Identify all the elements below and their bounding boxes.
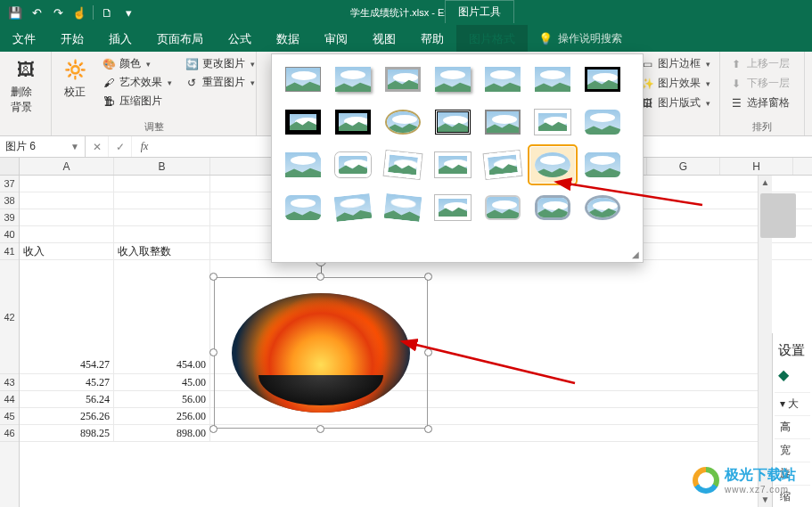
cell[interactable]: 256.26 (20, 408, 114, 424)
selected-picture-object[interactable] (214, 277, 428, 429)
style-simple-black[interactable] (331, 104, 375, 140)
remove-background-button[interactable]: 🖼 删除背景 (7, 55, 44, 117)
style-simple-frame[interactable] (281, 61, 325, 97)
tab-page-layout[interactable]: 页面布局 (144, 25, 216, 52)
resize-handle[interactable] (316, 425, 324, 433)
send-backward-button[interactable]: ⬇下移一层 (727, 75, 797, 92)
picture-effects-button[interactable]: ✨图片效果▾ (638, 75, 712, 92)
tab-insert[interactable]: 插入 (96, 25, 144, 52)
select-all-corner[interactable] (0, 158, 20, 175)
tab-home[interactable]: 开始 (48, 25, 96, 52)
style-reflected[interactable] (480, 61, 525, 97)
save-icon[interactable]: 💾 (5, 3, 25, 22)
style-thick-matte[interactable] (281, 104, 325, 140)
reset-picture-button[interactable]: ↺重置图片▾ (183, 74, 257, 91)
scroll-down-icon[interactable]: ▼ (759, 493, 772, 507)
style-soft-edge[interactable] (530, 61, 575, 97)
style-relaxed-persp[interactable] (480, 147, 525, 183)
artistic-effects-button[interactable]: 🖌艺术效果▾ (100, 74, 174, 91)
cell[interactable]: 454.27 (20, 260, 114, 373)
cell[interactable]: 56.00 (114, 391, 210, 407)
row-header[interactable]: 41 (0, 243, 19, 260)
style-double-frame[interactable] (580, 61, 625, 97)
tab-file[interactable]: 文件 (0, 25, 48, 52)
tab-picture-format[interactable]: 图片格式 (456, 25, 528, 52)
scroll-thumb[interactable] (760, 193, 796, 238)
style-rounded[interactable] (580, 104, 625, 140)
style-persp-left[interactable] (331, 190, 375, 225)
style-reflected-round[interactable] (281, 190, 325, 225)
pane-item[interactable]: 高 (775, 415, 810, 438)
row-header[interactable]: 37 (0, 176, 19, 192)
tell-me-search[interactable]: 💡 操作说明搜索 (528, 25, 622, 52)
bring-forward-button[interactable]: ⬆上移一层 (727, 55, 797, 72)
resize-handle[interactable] (209, 425, 217, 433)
style-bevel-white[interactable] (331, 147, 375, 183)
touch-mode-icon[interactable]: ☝ (70, 3, 89, 22)
row-header[interactable]: 42 (0, 260, 19, 374)
tab-view[interactable]: 视图 (360, 25, 408, 52)
style-snip-diag[interactable] (281, 147, 325, 183)
change-picture-button[interactable]: 🔄更改图片▾ (183, 55, 257, 72)
fx-icon[interactable]: fx (132, 140, 157, 153)
style-persp-right[interactable] (381, 190, 425, 225)
color-button[interactable]: 🎨颜色▾ (100, 55, 174, 72)
style-drop-shadow[interactable] (431, 61, 475, 97)
cell[interactable]: 256.00 (114, 408, 210, 424)
style-soft-oval[interactable] (530, 147, 575, 183)
resize-handle[interactable] (316, 273, 324, 281)
tab-formulas[interactable]: 公式 (216, 25, 264, 52)
new-icon[interactable]: 🗋 (97, 3, 117, 22)
col-header[interactable]: H (720, 158, 793, 175)
corrections-button[interactable]: 🔆 校正 (59, 55, 91, 110)
picture-border-button[interactable]: ▭图片边框▾ (638, 55, 712, 72)
style-shadow[interactable] (331, 61, 375, 97)
compress-picture-button[interactable]: 🗜压缩图片 (100, 93, 174, 110)
style-compound-black[interactable] (431, 104, 475, 140)
chevron-down-icon[interactable]: ▼ (70, 142, 79, 151)
row-header[interactable]: 44 (0, 391, 19, 408)
cancel-formula-icon[interactable]: ✕ (86, 136, 109, 157)
tab-review[interactable]: 审阅 (312, 25, 360, 52)
resize-handle[interactable] (424, 425, 432, 433)
tab-data[interactable]: 数据 (264, 25, 312, 52)
row-header[interactable]: 38 (0, 192, 19, 209)
accept-formula-icon[interactable]: ✓ (109, 136, 132, 157)
cell[interactable]: 898.00 (114, 425, 210, 441)
resize-handle[interactable] (209, 273, 217, 281)
row-header[interactable]: 39 (0, 209, 19, 226)
cell[interactable]: 898.25 (20, 425, 114, 441)
style-bevel-oval[interactable] (381, 104, 425, 140)
row-header[interactable]: 45 (0, 408, 19, 425)
style-reflected-bevel[interactable] (431, 190, 475, 225)
style-moderate-black[interactable] (480, 104, 525, 140)
cell[interactable]: 收入 (20, 243, 114, 259)
style-bevel-reflect[interactable] (480, 190, 525, 225)
col-header[interactable]: G (647, 158, 720, 175)
gallery-resize-handle[interactable]: ◢ (632, 249, 639, 259)
style-metal[interactable] (381, 61, 425, 97)
style-perspective-shadow[interactable] (431, 147, 475, 183)
col-header[interactable]: B (114, 158, 210, 175)
style-center-shadow[interactable] (530, 104, 575, 140)
cell[interactable]: 56.24 (20, 391, 114, 407)
qat-more-icon[interactable]: ▾ (119, 3, 138, 22)
cell[interactable]: 454.00 (114, 260, 210, 373)
resize-handle[interactable] (209, 348, 217, 356)
style-bevel-rect[interactable] (580, 147, 625, 183)
pane-collapse[interactable]: ▾ 大 (775, 392, 810, 415)
row-header[interactable]: 46 (0, 425, 19, 442)
redo-icon[interactable]: ↷ (48, 3, 68, 22)
row-header[interactable]: 43 (0, 374, 19, 391)
undo-icon[interactable]: ↶ (27, 3, 46, 22)
resize-handle[interactable] (424, 273, 432, 281)
cell[interactable]: 45.00 (114, 374, 210, 390)
selection-pane-button[interactable]: ☰选择窗格 (727, 94, 797, 111)
cell[interactable]: 收入取整数 (114, 243, 210, 259)
col-header[interactable]: A (20, 158, 114, 175)
pane-tool-icon[interactable]: ◆ (775, 361, 810, 392)
style-rotated[interactable] (381, 147, 425, 183)
picture-styles-gallery[interactable]: ◢ (271, 53, 644, 263)
tab-help[interactable]: 帮助 (408, 25, 456, 52)
cell[interactable]: 45.27 (20, 374, 114, 390)
